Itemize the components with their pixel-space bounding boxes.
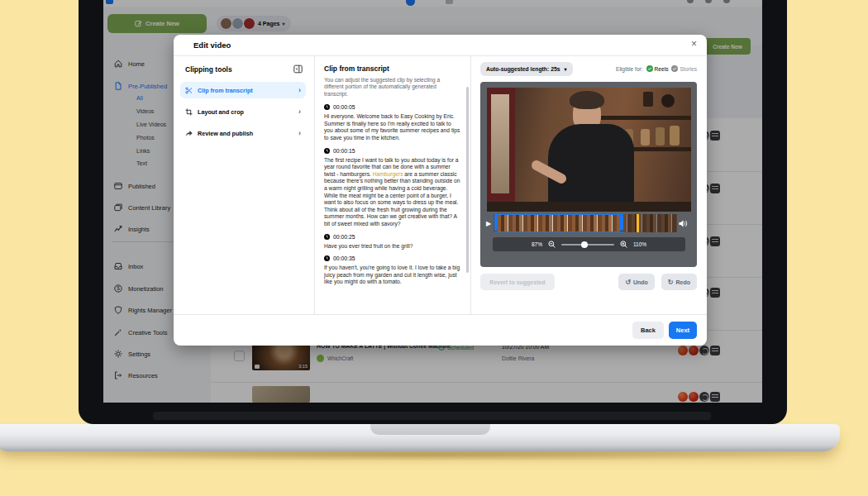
next-button[interactable]: Next: [669, 322, 697, 339]
tool-label: Layout and crop: [198, 108, 244, 116]
laptop-notch: [370, 424, 490, 435]
back-button[interactable]: Back: [632, 322, 664, 339]
transcript-panel: Clip from transcript You can adjust the …: [314, 55, 471, 314]
badge-reels: Reels: [646, 65, 669, 72]
chevron-down-icon: ▾: [565, 66, 567, 72]
transcript-segment: 00:00:05 Hi everyone. Welcome back to Ea…: [324, 104, 460, 141]
clip-selection[interactable]: [494, 214, 623, 232]
transcript-segment: 00:00:25 Have you ever tried fruit on th…: [324, 234, 460, 250]
suggested-length-label: Auto-suggested length: 25s: [486, 66, 560, 72]
suggested-length-dropdown[interactable]: Auto-suggested length: 25s ▾: [480, 62, 573, 76]
timeline: ▶: [484, 214, 694, 232]
app-window: Create New 4 Pages ▾ Home Pre: [103, 0, 762, 403]
transcript-text[interactable]: Hi everyone. Welcome back to Easy Cookin…: [324, 113, 460, 141]
zoom-in-icon[interactable]: [620, 241, 627, 248]
playhead-marker[interactable]: [637, 214, 639, 232]
clip-icon: [185, 87, 193, 94]
undo-button[interactable]: ↺ Undo: [618, 274, 655, 290]
transcript-text[interactable]: If you haven't, you're going to love it.…: [324, 265, 460, 286]
video-preview[interactable]: [487, 88, 691, 212]
scrollbar[interactable]: [466, 87, 469, 273]
chevron-right-icon: ›: [298, 86, 301, 94]
clock-icon: [324, 148, 330, 154]
close-icon[interactable]: ×: [691, 39, 697, 49]
laptop-bezel: Create New 4 Pages ▾ Home Pre: [79, 0, 787, 424]
modal-footer: Back Next: [174, 314, 707, 346]
clipping-tools-panel: Clipping tools Clip from transcript ›: [174, 55, 315, 314]
transcript-text[interactable]: The first recipe I want to talk to you a…: [324, 157, 460, 228]
clock-icon: [324, 255, 330, 261]
zoom-control: 87% 110%: [493, 237, 685, 251]
transcript-segment: 00:00:35 If you haven't, you're going to…: [324, 255, 460, 286]
highlighted-word: Hamburgers: [373, 171, 403, 177]
redo-icon: ↻: [668, 279, 674, 286]
check-circle-icon: [671, 65, 678, 72]
transcript-segment: 00:00:15 The first recipe I want to talk…: [324, 148, 460, 228]
zoom-in-value: 110%: [633, 241, 646, 247]
tool-review-and-publish[interactable]: Review and publish ›: [180, 125, 306, 141]
laptop-hinge: [153, 412, 711, 420]
video-player: ▶ 87%: [480, 82, 697, 267]
transcript-description: You can adjust the suggested clip by sel…: [324, 77, 460, 98]
zoom-out-value: 87%: [532, 241, 542, 247]
check-circle-icon: [646, 65, 653, 72]
badge-stories: Stories: [671, 65, 697, 72]
volume-icon[interactable]: [679, 219, 692, 228]
zoom-slider-knob[interactable]: [581, 241, 588, 248]
zoom-slider[interactable]: [561, 244, 614, 246]
timeline-filmstrip[interactable]: [494, 214, 677, 232]
play-icon[interactable]: ▶: [484, 220, 494, 227]
tool-label: Review and publish: [198, 130, 253, 137]
transcript-title: Clip from transcript: [324, 64, 460, 73]
chevron-right-icon: ›: [298, 129, 301, 137]
edit-video-modal: Edit video × Clipping tools Clip from tr…: [174, 35, 707, 346]
modal-header: Edit video ×: [174, 35, 707, 56]
clipping-tools-title: Clipping tools: [185, 65, 232, 74]
tool-label: Clip from transcript: [198, 87, 253, 94]
player-panel: Auto-suggested length: 25s ▾ Eligible fo…: [471, 55, 707, 314]
crop-icon: [185, 108, 193, 116]
timestamp[interactable]: 00:00:25: [324, 234, 460, 240]
laptop-base: [0, 424, 840, 451]
undo-icon: ↺: [625, 279, 631, 286]
clock-icon: [324, 234, 330, 240]
eligible-label: Eligible for:: [616, 66, 643, 72]
clock-icon: [324, 104, 330, 110]
collapse-panel-icon[interactable]: [293, 64, 303, 74]
timestamp[interactable]: 00:00:35: [324, 255, 460, 261]
zoom-out-icon[interactable]: [548, 241, 556, 248]
eligible-for: Eligible for: Reels Stories: [616, 65, 697, 72]
modal-title: Edit video: [193, 41, 231, 50]
transcript-text[interactable]: Have you ever tried fruit on the grill?: [324, 243, 460, 250]
timestamp[interactable]: 00:00:05: [324, 104, 460, 110]
redo-button[interactable]: ↻ Redo: [661, 274, 697, 290]
scene: Create New 4 Pages ▾ Home Pre: [0, 0, 868, 496]
timeline-unselected-region: [623, 214, 677, 232]
tool-layout-and-crop[interactable]: Layout and crop ›: [180, 103, 306, 120]
share-arrow-icon: [185, 130, 193, 137]
timestamp[interactable]: 00:00:15: [324, 148, 460, 154]
revert-to-suggested-button[interactable]: Revert to suggested: [480, 274, 555, 290]
chevron-right-icon: ›: [298, 107, 301, 116]
tool-clip-from-transcript[interactable]: Clip from transcript ›: [180, 82, 306, 98]
